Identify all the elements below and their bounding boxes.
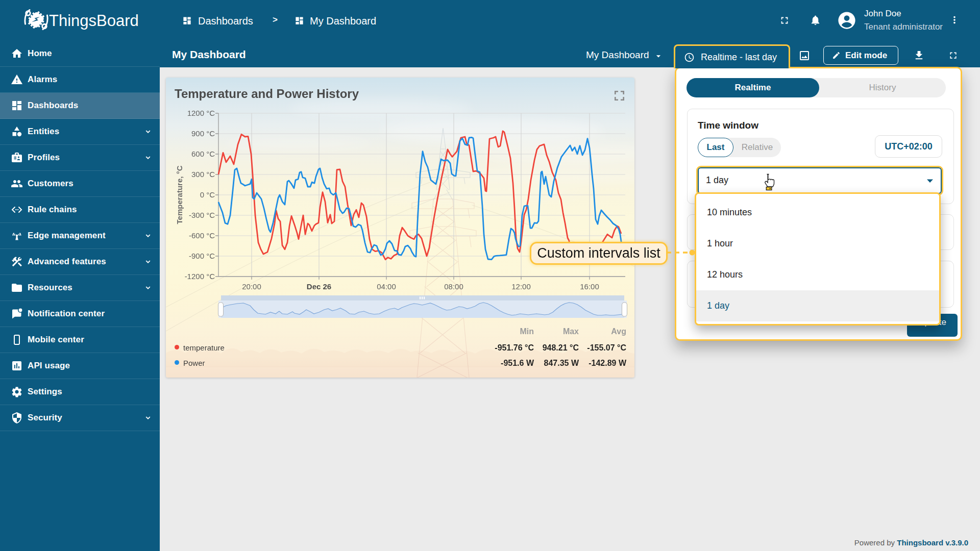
svg-text:-600 °C: -600 °C bbox=[189, 231, 215, 240]
svg-text:-1200 °C: -1200 °C bbox=[185, 272, 215, 281]
svg-text:0 °C: 0 °C bbox=[200, 190, 215, 199]
svg-text:12:00: 12:00 bbox=[511, 282, 531, 291]
svg-text:Dec 26: Dec 26 bbox=[307, 282, 331, 291]
svg-text:20:00: 20:00 bbox=[242, 282, 261, 291]
svg-text:16:00: 16:00 bbox=[580, 282, 599, 291]
svg-text:-900 °C: -900 °C bbox=[189, 252, 215, 260]
svg-text:1200 °C: 1200 °C bbox=[187, 109, 215, 117]
svg-text:Temperature, °C: Temperature, °C bbox=[175, 165, 184, 224]
svg-text:900 °C: 900 °C bbox=[191, 129, 215, 138]
svg-text:600 °C: 600 °C bbox=[191, 149, 215, 158]
svg-text:-300 °C: -300 °C bbox=[189, 211, 215, 219]
svg-text:08:00: 08:00 bbox=[444, 282, 463, 291]
svg-text:04:00: 04:00 bbox=[377, 282, 396, 291]
svg-text:300 °C: 300 °C bbox=[191, 170, 215, 179]
